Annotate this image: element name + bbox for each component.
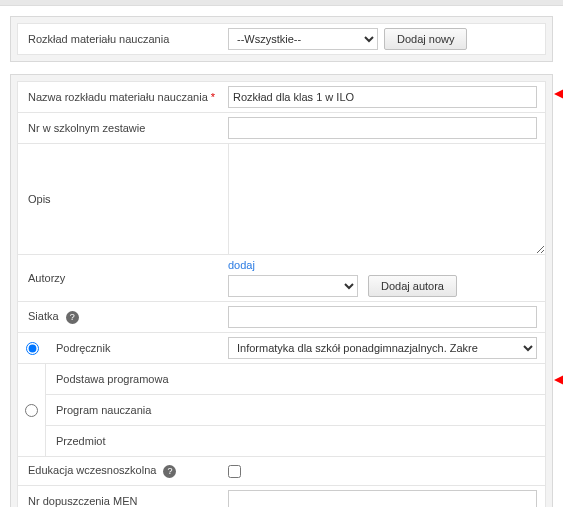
authors-add-link[interactable]: dodaj <box>228 259 537 271</box>
authors-select[interactable] <box>228 275 358 297</box>
textbook-label: Podręcznik <box>46 335 228 361</box>
annotation-arrow-icon <box>554 367 563 395</box>
description-label: Opis <box>18 144 228 254</box>
help-icon[interactable]: ? <box>66 311 79 324</box>
teaching-program-label: Program nauczania <box>46 395 545 425</box>
grid-label: Siatka ? <box>18 303 228 331</box>
filter-panel: Rozkład materiału nauczania --Wszystkie-… <box>10 16 553 62</box>
source-textbook-radio[interactable] <box>26 342 39 355</box>
source-other-radio[interactable] <box>25 404 38 417</box>
form-panel: Nazwa rozkładu materiału nauczania * Nr … <box>10 74 553 507</box>
early-education-checkbox[interactable] <box>228 465 241 478</box>
add-new-button[interactable]: Dodaj nowy <box>384 28 467 50</box>
grid-input[interactable] <box>228 306 537 328</box>
subject-label: Przedmiot <box>46 426 545 456</box>
help-icon[interactable]: ? <box>163 465 176 478</box>
add-author-button[interactable]: Dodaj autora <box>368 275 457 297</box>
core-curriculum-label: Podstawa programowa <box>46 364 545 394</box>
window-topbar <box>0 0 563 6</box>
name-input[interactable] <box>228 86 537 108</box>
required-mark: * <box>211 91 215 103</box>
filter-label: Rozkład materiału nauczania <box>18 26 228 52</box>
men-approval-input[interactable] <box>228 490 537 507</box>
set-number-input[interactable] <box>228 117 537 139</box>
filter-select[interactable]: --Wszystkie-- <box>228 28 378 50</box>
description-textarea[interactable] <box>228 144 545 254</box>
set-number-label: Nr w szkolnym zestawie <box>18 115 228 141</box>
name-label: Nazwa rozkładu materiału nauczania * <box>18 84 228 110</box>
svg-marker-5 <box>554 373 563 387</box>
early-education-label: Edukacja wczesnoszkolna ? <box>18 457 228 485</box>
textbook-select[interactable]: Informatyka dla szkół ponadgimnazjalnych… <box>228 337 537 359</box>
svg-marker-3 <box>554 87 563 101</box>
authors-label: Autorzy <box>18 265 228 291</box>
annotation-arrow-icon <box>554 81 563 109</box>
men-approval-label: Nr dopuszczenia MEN <box>18 488 228 507</box>
